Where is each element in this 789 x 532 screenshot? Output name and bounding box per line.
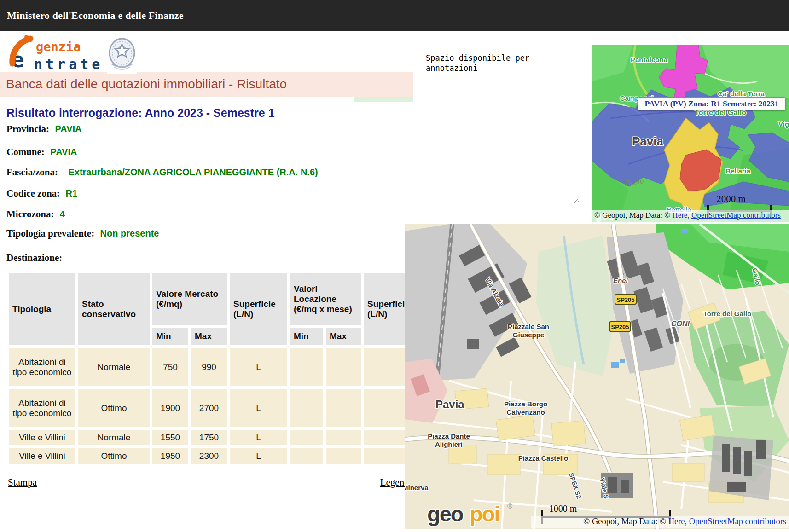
cell-vl-min	[290, 348, 323, 386]
here-link[interactable]: Here,	[672, 211, 689, 220]
microzona-label: Microzona:	[6, 208, 54, 220]
agenzia-entrate-logo-icon: e genzia ntrate	[6, 34, 111, 73]
provincia-value: PAVIA	[55, 124, 81, 134]
codice-zona-label: Codice zona:	[6, 188, 60, 199]
zone-map[interactable]: Pantaleona Campeggi Ca' della Terra Torr…	[592, 45, 789, 222]
quotazioni-table: Tipologia Stato conservativo Valore Merc…	[6, 271, 413, 467]
street-label-piazza-dante: Piazza Dante	[428, 432, 470, 440]
street-label-piazzale-san-giuseppe-2: Giuseppe	[513, 331, 544, 339]
cell-vl-max	[326, 430, 361, 445]
sp205-badge: SP205	[615, 295, 636, 304]
zone-map-attribution: © Geopoi, Map Data: © Here, OpenStreetMa…	[592, 210, 789, 222]
result-heading: Risultato interrogazione: Anno 2023 - Se…	[6, 106, 275, 120]
cell-vl-min	[290, 448, 323, 464]
col-header-stato: Stato conservativo	[78, 273, 150, 345]
sp205-badge-text: SP205	[611, 324, 629, 330]
attribution-prefix: © Geopoi, Map Data: ©	[583, 517, 668, 526]
street-label-piazza-dante-2: Alighieri	[435, 440, 463, 448]
cell-tipologia: Ville e Villini	[9, 430, 75, 445]
page-banner: Banca dati delle quotazioni immobiliari …	[0, 72, 413, 97]
ministry-title: Ministero dell'Economia e delle Finanze	[0, 10, 184, 22]
street-map-canvas: SP205 SP205 Torre del Gallo Gallo Enel C…	[405, 224, 789, 529]
cell-vm-min: 750	[152, 348, 188, 386]
zone-map-tooltip: PAVIA (PV) Zona: R1 Semestre: 20231	[638, 97, 786, 110]
field-codice-zona: Codice zona: R1	[6, 188, 77, 199]
cell-superficie-1: L	[230, 430, 287, 445]
cell-vm-max: 2300	[191, 448, 227, 464]
street-label-enel: Enel	[613, 277, 628, 284]
sp205-badge-text: SP205	[616, 296, 634, 303]
page-title: Banca dati delle quotazioni immobiliari …	[0, 77, 287, 92]
cell-vm-min: 1950	[152, 448, 188, 464]
cell-superficie-2	[364, 430, 411, 445]
cell-superficie-1: L	[230, 389, 287, 427]
italian-republic-emblem-icon	[107, 35, 137, 74]
zone-label-vigna: Vign	[778, 120, 789, 128]
street-label-piazza-borgo: Piazza Borgo	[504, 400, 547, 408]
annotations-textarea[interactable]: Spazio disponibile per annotazioni	[424, 52, 579, 204]
openstreetmap-link[interactable]: OpenStreetMap contributors	[691, 211, 781, 220]
codice-zona-value: R1	[66, 188, 78, 198]
sp205-badge: SP205	[609, 322, 631, 331]
col-header-superficie-2: Superficie (L/N)	[364, 273, 411, 345]
street-label-pavia: Pavia	[435, 398, 464, 411]
zone-label-ca-della-terra: Ca' della Terra	[718, 90, 765, 98]
street-map-attribution: © Geopoi, Map Data: © Here, OpenStreetMa…	[531, 516, 789, 528]
ministry-header-bar: Ministero dell'Economia e delle Finanze	[0, 0, 789, 31]
cell-tipologia: Abitazioni di tipo economico	[9, 389, 75, 427]
cell-stato: Ottimo	[78, 448, 150, 464]
street-label-minerva: Minerva	[405, 484, 429, 492]
street-map[interactable]: SP205 SP205 Torre del Gallo Gallo Enel C…	[405, 224, 789, 529]
textarea-resize-grip[interactable]	[574, 199, 579, 204]
banner-end-strip	[354, 97, 413, 102]
logo-text-agenzia: genzia	[36, 40, 81, 54]
col-header-vl-max: Max	[326, 328, 361, 345]
table-row: Abitazioni di tipo economico Normale 750…	[9, 348, 411, 386]
tipologia-prevalente-label: Tipologia prevalente:	[6, 228, 94, 239]
field-fascia-zona: Fascia/zona: Extraurbana/ZONA AGRICOLA P…	[6, 167, 318, 178]
stampa-link[interactable]: Stampa	[8, 477, 37, 488]
comune-value: PAVIA	[50, 147, 77, 157]
cell-superficie-2	[364, 448, 411, 464]
openstreetmap-link[interactable]: OpenStreetMap contributors	[689, 517, 786, 526]
zone-map-canvas: Pantaleona Campeggi Ca' della Terra Torr…	[592, 45, 789, 222]
cell-vl-min	[290, 389, 323, 427]
col-header-superficie-1: Superficie (L/N)	[230, 273, 287, 345]
tipologia-prevalente-value: Non presente	[100, 228, 159, 238]
here-link[interactable]: Here,	[668, 517, 687, 526]
attribution-prefix: © Geopoi, Map Data: ©	[594, 211, 672, 220]
cell-tipologia: Abitazioni di tipo economico	[9, 348, 75, 386]
cell-stato: Ottimo	[78, 389, 150, 427]
table-row: Ville e Villini Ottimo 1950 2300 L	[9, 448, 411, 464]
table-row: Ville e Villini Normale 1550 1750 L	[9, 430, 411, 445]
street-label-piazza-castello: Piazza Castello	[518, 454, 568, 462]
geopoi-logo-poi: poi	[470, 502, 499, 526]
zone-scale-label: 2000 m	[716, 193, 746, 204]
cell-superficie-1: L	[230, 448, 287, 464]
cell-stato: Normale	[78, 430, 150, 445]
cell-tipologia: Ville e Villini	[9, 448, 75, 464]
comune-label: Comune:	[6, 146, 45, 157]
field-provincia: Provincia: PAVIA	[6, 123, 82, 135]
street-scale-label: 1000 m	[549, 503, 577, 514]
zone-label-pantaleona: Pantaleona	[631, 56, 668, 64]
fascia-value: Extraurbana/ZONA AGRICOLA PIANEGGIANTE (…	[68, 167, 318, 177]
geopoi-logo-geo: geo	[427, 502, 463, 526]
cell-vl-max	[326, 389, 361, 427]
cell-vm-max: 2700	[191, 389, 227, 427]
field-comune: Comune: PAVIA	[6, 146, 77, 158]
cell-vm-max: 990	[191, 348, 227, 386]
cell-vl-max	[326, 348, 361, 386]
table-footer-links: Stampa Legenda	[8, 477, 413, 488]
destinazione-label: Destinazione:	[6, 252, 62, 263]
cell-vm-max: 1750	[191, 430, 227, 445]
cell-superficie-2	[364, 348, 411, 386]
cell-vl-max	[326, 448, 361, 464]
col-header-valore-mercato: Valore Mercato (€/mq)	[152, 273, 227, 325]
cell-stato: Normale	[78, 348, 150, 386]
field-tipologia-prevalente: Tipologia prevalente: Non presente	[6, 228, 159, 239]
zone-label-bellaria: Bellaria	[725, 167, 751, 175]
col-header-valori-locazione: Valori Locazione (€/mq x mese)	[290, 273, 361, 325]
geopoi-logo-reg: ®	[507, 502, 512, 510]
cell-vl-min	[290, 430, 323, 445]
